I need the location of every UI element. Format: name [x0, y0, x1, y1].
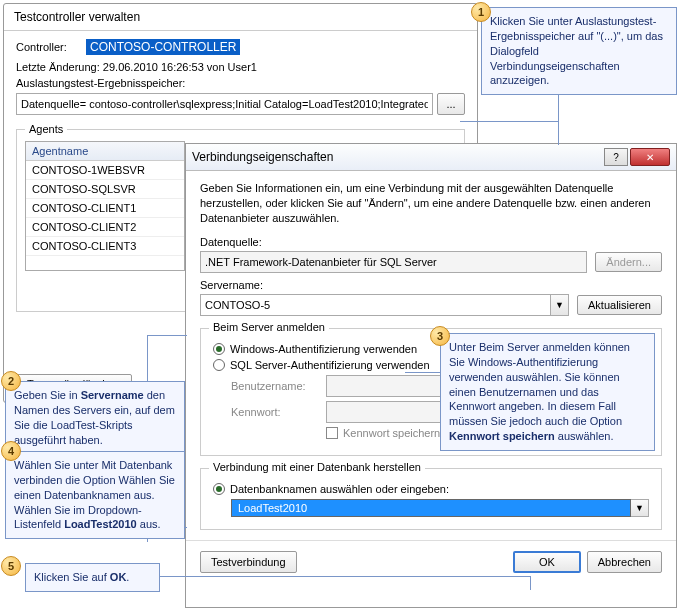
badge-5: 5 [1, 556, 21, 576]
badge-2: 2 [1, 371, 21, 391]
save-password-checkbox [326, 427, 338, 439]
chevron-down-icon[interactable]: ▼ [631, 499, 649, 517]
list-item[interactable]: CONTOSO-SQLSVR [26, 180, 184, 199]
last-change-text: Letzte Änderung: 29.06.2010 16:26:53 von… [16, 61, 465, 73]
radio-icon [213, 483, 225, 495]
username-label: Benutzername: [231, 380, 326, 392]
badge-3: 3 [430, 326, 450, 346]
callout-1: Klicken Sie unter Auslastungstest-Ergebn… [481, 7, 677, 95]
titlebar: Verbindungseigenschaften ? ✕ [186, 144, 676, 171]
help-button[interactable]: ? [604, 148, 628, 166]
radio-label: SQL Server-Authentifizierung verwenden [230, 359, 430, 371]
agent-header: Agentname [26, 142, 184, 161]
save-password-label: Kennwort speichern [343, 427, 440, 439]
agents-legend: Agents [25, 123, 67, 135]
radio-label: Windows-Authentifizierung verwenden [230, 343, 417, 355]
database-select[interactable]: LoadTest2010 [231, 499, 631, 517]
change-button[interactable]: Ändern... [595, 252, 662, 272]
close-button[interactable]: ✕ [630, 148, 670, 166]
ellipsis-button[interactable]: ... [437, 93, 465, 115]
list-item[interactable]: CONTOSO-1WEBSVR [26, 161, 184, 180]
result-store-label: Auslastungstest-Ergebnisspeicher: [16, 77, 465, 89]
radio-icon [213, 359, 225, 371]
radio-icon [213, 343, 225, 355]
radio-label: Datenbanknamen auswählen oder eingeben: [230, 483, 449, 495]
database-legend: Verbindung mit einer Datenbank herstelle… [209, 461, 425, 473]
ok-button[interactable]: OK [513, 551, 581, 573]
badge-1: 1 [471, 2, 491, 22]
cancel-button[interactable]: Abbrechen [587, 551, 662, 573]
callout-2: Geben Sie in Servername den Namen des Se… [5, 381, 185, 454]
servername-label: Servername: [200, 279, 662, 291]
window1-title: Testcontroller verwalten [4, 4, 477, 31]
agent-list[interactable]: Agentname CONTOSO-1WEBSVR CONTOSO-SQLSVR… [25, 141, 185, 271]
result-store-input[interactable] [16, 93, 433, 115]
callout-4: Wählen Sie unter Mit Datenbank verbinden… [5, 451, 185, 539]
chevron-down-icon[interactable]: ▼ [551, 294, 569, 316]
test-connection-button[interactable]: Testverbindung [200, 551, 297, 573]
datasource-input [200, 251, 587, 273]
database-group: Verbindung mit einer Datenbank herstelle… [200, 468, 662, 530]
list-item[interactable]: CONTOSO-CLIENT1 [26, 199, 184, 218]
servername-input[interactable] [200, 294, 551, 316]
logon-legend: Beim Server anmelden [209, 321, 329, 333]
controller-value[interactable]: CONTOSO-CONTROLLER [86, 39, 240, 55]
refresh-button[interactable]: Aktualisieren [577, 295, 662, 315]
list-item[interactable]: CONTOSO-CLIENT3 [26, 237, 184, 256]
callout-5: Klicken Sie auf OK. [25, 563, 160, 592]
list-item[interactable]: CONTOSO-CLIENT2 [26, 218, 184, 237]
dialog-description: Geben Sie Informationen ein, um eine Ver… [200, 181, 662, 226]
callout-3: Unter Beim Server anmelden können Sie Wi… [440, 333, 655, 451]
badge-4: 4 [1, 441, 21, 461]
datasource-label: Datenquelle: [200, 236, 662, 248]
radio-select-db[interactable]: Datenbanknamen auswählen oder eingeben: [213, 483, 649, 495]
controller-label: Controller: [16, 41, 86, 53]
password-label: Kennwort: [231, 406, 326, 418]
dialog-title: Verbindungseigenschaften [192, 150, 602, 164]
